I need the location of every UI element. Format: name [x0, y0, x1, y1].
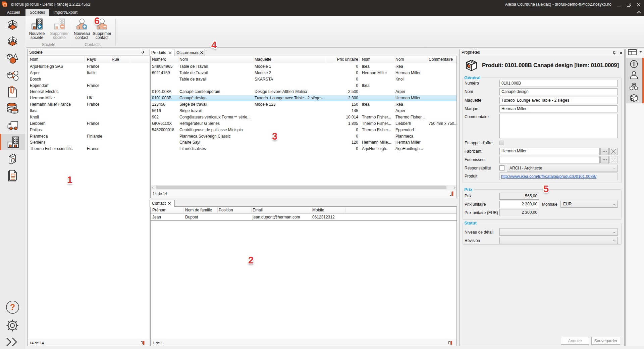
svg-text:?: ? [10, 302, 15, 312]
